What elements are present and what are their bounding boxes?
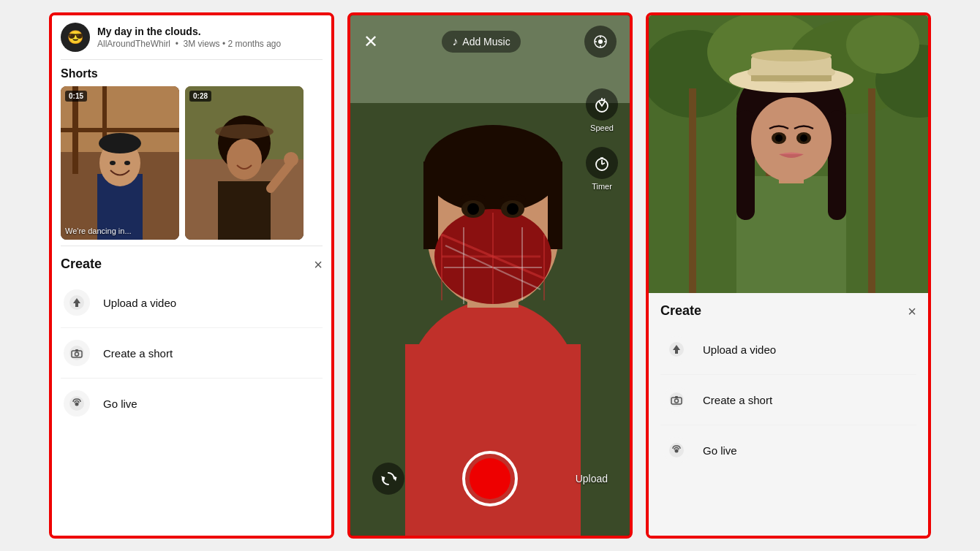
svg-rect-71 (689, 88, 696, 293)
shorts-thumbnails: 0:15 We're dancing in... (61, 86, 323, 240)
go-live-option-1[interactable]: Go live (61, 379, 323, 428)
camera-close-button[interactable]: ✕ (363, 33, 378, 50)
phone-1: 😎 My day in the clouds. AllAroundTheWhir… (49, 12, 334, 539)
shorts-label: Shorts (61, 67, 323, 80)
svg-marker-64 (381, 475, 386, 482)
timer-control[interactable]: Timer (586, 147, 618, 191)
add-music-label: Add Music (462, 36, 510, 48)
add-music-button[interactable]: ♪ Add Music (442, 31, 520, 53)
live-svg-3 (668, 442, 685, 458)
create-short-option-3[interactable]: Create a short (660, 375, 916, 425)
svg-rect-33 (423, 162, 438, 249)
go-live-label-1: Go live (103, 398, 137, 410)
create-panel-3: Create × Upload a video Create (649, 293, 928, 536)
svg-point-87 (775, 134, 783, 142)
svg-point-17 (284, 152, 298, 167)
svg-point-70 (846, 15, 919, 74)
go-live-option-3[interactable]: Go live (660, 425, 916, 475)
svg-rect-73 (868, 88, 875, 293)
video-info-bar: 😎 My day in the clouds. AllAroundTheWhir… (52, 15, 331, 59)
record-button[interactable] (462, 451, 518, 506)
speed-control[interactable]: Speed (586, 88, 618, 132)
camera-icon-1 (64, 340, 90, 366)
flip-camera-button[interactable] (372, 463, 404, 495)
upload-video-label-1: Upload a video (103, 297, 176, 309)
upload-arrow-icon-3 (668, 341, 685, 357)
phone-2: ✕ ♪ Add Music (347, 12, 633, 539)
phone3-video-area (649, 15, 928, 293)
create-short-label-1: Create a short (103, 347, 173, 360)
svg-point-32 (423, 125, 562, 213)
svg-point-8 (110, 161, 116, 165)
short-caption-1: We're dancing in... (65, 227, 175, 235)
video-meta: My day in the clouds. AllAroundTheWhirl … (97, 26, 323, 50)
settings-icon[interactable] (584, 26, 617, 58)
timer-label: Timer (592, 182, 612, 191)
speed-icon (586, 88, 618, 121)
svg-rect-78 (828, 110, 846, 220)
svg-rect-12 (218, 181, 271, 240)
svg-point-7 (99, 133, 141, 153)
live-icon-3 (663, 437, 690, 463)
svg-point-88 (800, 134, 807, 142)
upload-icon-1 (64, 289, 90, 316)
video-title: My day in the clouds. (97, 26, 323, 38)
upload-video-label-3: Upload a video (703, 343, 776, 356)
thumb2-bg (185, 86, 304, 240)
camera-top-bar: ✕ ♪ Add Music (350, 15, 630, 68)
music-note-icon: ♪ (452, 35, 458, 48)
upload-video-option-3[interactable]: Upload a video (660, 324, 916, 375)
upload-video-option-1[interactable]: Upload a video (61, 278, 323, 328)
svg-point-79 (751, 97, 832, 182)
svg-point-48 (507, 203, 519, 215)
svg-rect-34 (548, 162, 562, 249)
create-short-option-1[interactable]: Create a short (61, 328, 323, 379)
svg-point-9 (124, 161, 130, 165)
speed-label: Speed (590, 123, 614, 132)
create-title-3: Create (660, 303, 701, 319)
svg-rect-23 (75, 349, 78, 352)
channel-avatar: 😎 (61, 23, 90, 52)
svg-point-15 (215, 124, 274, 139)
camera-icon-3 (663, 387, 690, 413)
timer-icon (586, 147, 618, 179)
svg-point-96 (675, 449, 679, 453)
svg-point-14 (227, 139, 262, 180)
duration-badge-1: 0:15 (65, 91, 87, 102)
camera-right-controls: Speed Timer (586, 88, 618, 191)
short-thumb-1[interactable]: 0:15 We're dancing in... (61, 86, 179, 240)
phone-3: Create × Upload a video Create (646, 12, 931, 539)
close-button-3[interactable]: × (908, 304, 916, 319)
create-panel-1: Create × Upload a video Create (52, 246, 331, 536)
upload-label[interactable]: Upload (576, 473, 608, 484)
svg-rect-94 (675, 396, 678, 398)
camera-svg-1 (69, 345, 85, 361)
create-header-3: Create × (660, 293, 916, 324)
thumb1-person-svg (61, 86, 179, 240)
create-short-label-3: Create a short (703, 394, 772, 406)
live-icon-1 (64, 390, 90, 417)
thumb1-bg (61, 86, 179, 240)
channel-name: AllAroundTheWhirl (97, 39, 170, 49)
phone3-scene-svg (649, 15, 928, 293)
svg-point-25 (75, 403, 79, 406)
upload-icon-3 (663, 336, 690, 362)
create-header-1: Create × (61, 246, 323, 278)
record-button-inner (470, 458, 510, 499)
svg-point-83 (751, 50, 832, 61)
svg-rect-77 (736, 110, 755, 220)
shorts-section: Shorts (52, 60, 331, 246)
create-title-1: Create (61, 256, 102, 272)
video-sub: AllAroundTheWhirl • 3M views • 2 months … (97, 39, 323, 49)
upload-arrow-icon (69, 294, 85, 311)
camera-svg-3 (668, 392, 685, 408)
short-thumb-2[interactable]: 0:28 (185, 86, 304, 240)
close-button-1[interactable]: × (314, 257, 323, 272)
go-live-label-3: Go live (703, 444, 737, 457)
live-svg-1 (69, 395, 85, 411)
thumb2-person-svg (185, 86, 304, 240)
svg-rect-84 (751, 75, 832, 81)
svg-point-47 (467, 203, 479, 215)
svg-point-50 (598, 39, 603, 44)
video-stats: 3M views • 2 months ago (184, 39, 282, 49)
